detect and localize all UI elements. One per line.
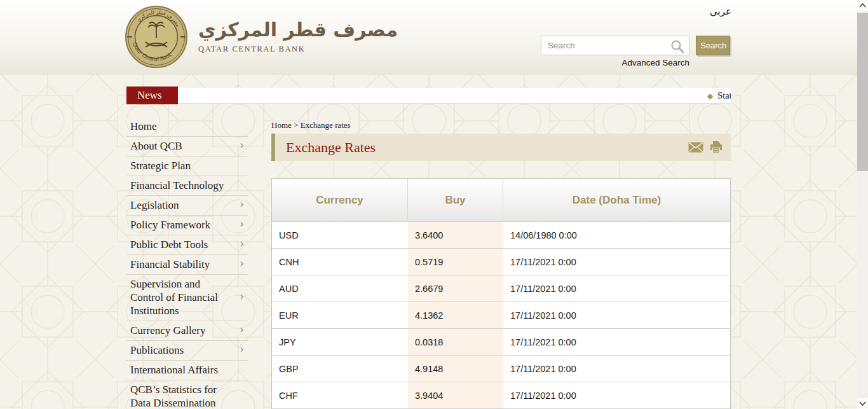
sidebar-item-label: Legislation	[130, 199, 179, 211]
bank-wordmark: مصرف قطر المركزي QATAR CENTRAL BANK	[198, 19, 398, 54]
breadcrumb-current: Exchange rates	[301, 120, 351, 130]
sidebar-item-label: Public Debt Tools	[130, 239, 208, 251]
column-header-buy: Buy	[408, 179, 503, 221]
search-box	[541, 36, 689, 55]
sidebar-menu: Home About QCB › Strategic Plan Financia…	[126, 117, 248, 409]
cell-currency: CHF	[272, 382, 408, 408]
page-title-bar: Exchange Rates	[271, 134, 731, 161]
bank-name-english: QATAR CENTRAL BANK	[198, 45, 398, 54]
bank-logo[interactable]: Qatar Central Bank مصرف قطر المركزي مصرف…	[125, 5, 398, 69]
chevron-right-icon: ›	[240, 290, 244, 303]
advanced-search-link[interactable]: Advanced Search	[541, 58, 689, 67]
sidebar-item[interactable]: Financial Technology	[126, 176, 248, 195]
sidebar-item[interactable]: About QCB ›	[126, 136, 248, 156]
column-header-date: Date (Doha Time)	[503, 179, 730, 221]
chevron-right-icon: ›	[240, 343, 244, 356]
cell-date: 17/11/2021 0:00	[503, 275, 730, 302]
sidebar-item[interactable]: Policy Framework ›	[126, 215, 248, 235]
news-label: News	[126, 87, 178, 104]
sidebar-item-label: QCB’s Statistics for Data Dissemination …	[130, 384, 217, 409]
cell-date: 17/11/2021 0:00	[503, 329, 730, 355]
column-header-currency: Currency	[272, 179, 408, 221]
sidebar-item[interactable]: Legislation ›	[126, 195, 248, 215]
sidebar-list: Home About QCB › Strategic Plan Financia…	[126, 117, 248, 409]
magnifier-icon	[670, 39, 685, 54]
cell-buy: 4.1362	[408, 302, 503, 328]
news-ticker-strip: ◆Statement	[178, 88, 731, 104]
cell-buy: 2.6679	[408, 275, 503, 302]
title-actions	[688, 141, 723, 154]
sidebar-item[interactable]: QCB’s Statistics for Data Dissemination …	[126, 380, 248, 409]
breadcrumb: Home > Exchange rates	[271, 120, 731, 129]
sidebar-item-label: Home	[130, 120, 157, 132]
chevron-right-icon: ›	[240, 139, 244, 152]
page-title: Exchange Rates	[286, 139, 376, 156]
search-button[interactable]: Search	[696, 36, 730, 55]
chevron-right-icon: ›	[240, 198, 244, 211]
chevron-down-icon	[859, 401, 866, 406]
table-row: CHF 3.9404 17/11/2021 0:00	[272, 382, 730, 408]
sidebar-item[interactable]: Financial Stability ›	[126, 254, 248, 274]
arabic-language-link[interactable]: عربى	[710, 6, 731, 17]
table-row: CNH 0.5719 17/11/2021 0:00	[272, 248, 730, 275]
sidebar-item[interactable]: Supervision and Control of Financial Ins…	[126, 274, 248, 321]
print-icon[interactable]	[709, 141, 723, 154]
qcb-exchange-rates-page: Qatar Central Bank مصرف قطر المركزي مصرف…	[0, 0, 868, 409]
table-row: EUR 4.1362 17/11/2021 0:00	[272, 302, 730, 328]
cell-buy: 3.9404	[408, 382, 503, 408]
diamond-icon: ◆	[707, 92, 713, 101]
cell-currency: CNH	[272, 249, 408, 275]
cell-buy: 4.9148	[408, 356, 503, 382]
sidebar-item-label: International Affairs	[130, 364, 218, 376]
sidebar-item-label: Currency Gallery	[130, 324, 205, 336]
bank-seal-icon: Qatar Central Bank مصرف قطر المركزي	[125, 5, 188, 69]
cell-buy: 0.0318	[408, 329, 503, 355]
breadcrumb-separator: >	[292, 120, 301, 130]
exchange-rates-table: Currency Buy Date (Doha Time) USD 3.6400…	[271, 178, 731, 409]
scroll-down-button[interactable]	[857, 398, 868, 409]
breadcrumb-home[interactable]: Home	[271, 120, 292, 130]
sidebar-item-label: Policy Framework	[130, 219, 210, 231]
chevron-up-icon	[859, 3, 866, 8]
sidebar-item[interactable]: Home	[126, 117, 248, 136]
table-row: USD 3.6400 14/06/1980 0:00	[272, 222, 730, 248]
search-input[interactable]	[541, 36, 689, 55]
sidebar-item[interactable]: International Affairs	[126, 360, 248, 380]
chevron-right-icon: ›	[240, 237, 244, 251]
sidebar-item-label: Strategic Plan	[130, 160, 191, 172]
chevron-right-icon: ›	[240, 218, 244, 231]
bank-name-arabic: مصرف قطر المركزي	[198, 19, 398, 41]
cell-buy: 0.5719	[408, 249, 503, 275]
cell-currency: USD	[272, 222, 408, 248]
table-header-row: Currency Buy Date (Doha Time)	[272, 179, 730, 222]
news-ticker-text: Statement	[717, 90, 731, 101]
cell-currency: JPY	[272, 329, 408, 355]
scroll-up-button[interactable]	[857, 0, 868, 11]
main-content: Home > Exchange rates Exchange Rates	[271, 120, 731, 409]
sidebar-item-label: Publications	[130, 344, 184, 356]
table-row: AUD 2.6679 17/11/2021 0:00	[272, 275, 730, 302]
email-icon[interactable]	[688, 142, 703, 153]
cell-currency: AUD	[272, 275, 408, 302]
sidebar-item[interactable]: Public Debt Tools ›	[126, 235, 248, 254]
vertical-scrollbar	[857, 0, 868, 409]
sidebar-item-label: Financial Technology	[130, 179, 224, 191]
chevron-right-icon: ›	[240, 323, 244, 336]
sidebar-item[interactable]: Currency Gallery ›	[126, 321, 248, 340]
cell-date: 14/06/1980 0:00	[503, 222, 730, 248]
sidebar-item[interactable]: Publications ›	[126, 340, 248, 360]
site-header: Qatar Central Bank مصرف قطر المركزي مصرف…	[0, 0, 868, 74]
sidebar-item-label: Financial Stability	[130, 258, 210, 270]
table-row: JPY 0.0318 17/11/2021 0:00	[272, 328, 730, 355]
news-ticker-item[interactable]: ◆Statement	[707, 88, 731, 103]
cell-date: 17/11/2021 0:00	[503, 356, 730, 382]
chevron-right-icon: ›	[240, 257, 244, 270]
table-row: GBP 4.9148 17/11/2021 0:00	[272, 355, 730, 382]
scrollbar-thumb[interactable]	[857, 13, 868, 171]
cell-date: 17/11/2021 0:00	[503, 249, 730, 275]
table-body: USD 3.6400 14/06/1980 0:00 CNH 0.5719 17…	[272, 222, 730, 409]
cell-date: 17/11/2021 0:00	[503, 382, 730, 408]
sidebar-item-label: About QCB	[130, 140, 182, 152]
cell-currency: GBP	[272, 356, 408, 382]
sidebar-item[interactable]: Strategic Plan	[126, 156, 248, 176]
